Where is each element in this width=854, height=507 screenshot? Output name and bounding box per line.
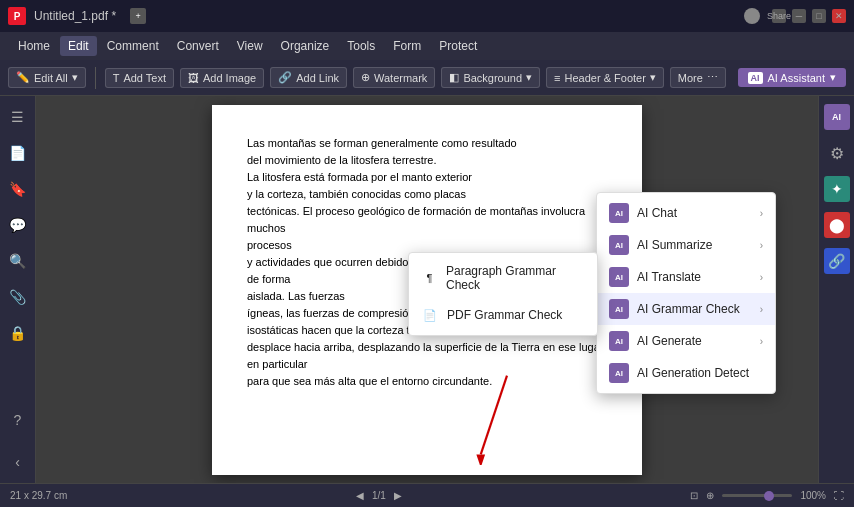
right-settings-icon[interactable]: ⚙ (824, 140, 850, 166)
maximize-button[interactable]: □ (812, 9, 826, 23)
watermark-icon: ⊕ (361, 71, 370, 84)
more-button[interactable]: More ⋯ (670, 67, 726, 88)
toolbar-divider-1 (95, 67, 96, 89)
pdf-icon: 📄 (421, 306, 439, 324)
edit-all-dropdown-icon[interactable]: ▾ (72, 71, 78, 84)
share-button[interactable]: Share (772, 9, 786, 23)
ai-chat-item[interactable]: AI AI Chat › (597, 197, 775, 229)
title-bar: P Untitled_1.pdf * + Share ─ □ ✕ (0, 0, 854, 32)
expand-icon[interactable]: ⛶ (834, 490, 844, 501)
content-area: Las montañas se forman generalmente como… (36, 96, 818, 483)
add-link-button[interactable]: 🔗 Add Link (270, 67, 347, 88)
menu-view[interactable]: View (229, 36, 271, 56)
pdf-grammar-item[interactable]: 📄 PDF Grammar Check (409, 299, 597, 331)
edit-all-button[interactable]: ✏️ Edit All ▾ (8, 67, 86, 88)
right-teal-icon[interactable]: ✦ (824, 176, 850, 202)
ai-summarize-arrow: › (760, 240, 763, 251)
sidebar-help-icon[interactable]: ? (5, 407, 31, 433)
sidebar-search-icon[interactable]: 🔍 (5, 248, 31, 274)
menu-bar: Home Edit Comment Convert View Organize … (0, 32, 854, 60)
right-ai-icon[interactable]: AI (824, 104, 850, 130)
watermark-button[interactable]: ⊕ Watermark (353, 67, 435, 88)
status-bar: 21 x 29.7 cm ◀ 1/1 ▶ ⊡ ⊕ 100% ⛶ (0, 483, 854, 507)
ai-summarize-item[interactable]: AI AI Summarize › (597, 229, 775, 261)
ai-translate-arrow: › (760, 272, 763, 283)
bg-dropdown-icon[interactable]: ▾ (526, 71, 532, 84)
new-tab-button[interactable]: + (130, 8, 146, 24)
ai-translate-item[interactable]: AI AI Translate › (597, 261, 775, 293)
background-button[interactable]: ◧ Background ▾ (441, 67, 540, 88)
edit-icon: ✏️ (16, 71, 30, 84)
zoom-in-icon[interactable]: ⊕ (706, 490, 714, 501)
ai-generate-arrow: › (760, 336, 763, 347)
document-title: Untitled_1.pdf * (34, 9, 116, 23)
sidebar-comments-icon[interactable]: 💬 (5, 212, 31, 238)
ai-generate-icon: AI (609, 331, 629, 351)
window-controls: Share ─ □ ✕ (744, 8, 846, 24)
red-arrow-annotation (472, 365, 542, 465)
right-sidebar: AI ⚙ ✦ ⬤ 🔗 (818, 96, 854, 483)
ai-summarize-icon: AI (609, 235, 629, 255)
main-layout: ☰ 📄 🔖 💬 🔍 📎 🔒 ? ‹ Las montañas se forman… (0, 96, 854, 483)
menu-convert[interactable]: Convert (169, 36, 227, 56)
zoom-level: 100% (800, 490, 826, 501)
right-blue-icon[interactable]: 🔗 (824, 248, 850, 274)
sidebar-attach-icon[interactable]: 📎 (5, 284, 31, 310)
toolbar: ✏️ Edit All ▾ T Add Text 🖼 Add Image 🔗 A… (0, 60, 854, 96)
left-sidebar: ☰ 📄 🔖 💬 🔍 📎 🔒 ? ‹ (0, 96, 36, 483)
page-dimensions: 21 x 29.7 cm (10, 490, 67, 501)
grammar-sub-dropdown: ¶ Paragraph Grammar Check 📄 PDF Grammar … (408, 252, 598, 336)
ai-grammar-icon: AI (609, 299, 629, 319)
link-icon: 🔗 (278, 71, 292, 84)
paragraph-grammar-item[interactable]: ¶ Paragraph Grammar Check (409, 257, 597, 299)
page-info: 1/1 (372, 490, 386, 501)
page-nav-prev[interactable]: ◀ (356, 490, 364, 501)
menu-protect[interactable]: Protect (431, 36, 485, 56)
sidebar-collapse-icon[interactable]: ‹ (5, 449, 31, 475)
menu-comment[interactable]: Comment (99, 36, 167, 56)
text-icon: T (113, 72, 120, 84)
menu-organize[interactable]: Organize (273, 36, 338, 56)
ai-dropdown-icon: ▾ (830, 71, 836, 84)
ai-detect-item[interactable]: AI AI Generation Detect (597, 357, 775, 389)
right-red-icon[interactable]: ⬤ (824, 212, 850, 238)
ai-generate-item[interactable]: AI AI Generate › (597, 325, 775, 357)
app-logo: P (8, 7, 26, 25)
hf-dropdown-icon[interactable]: ▾ (650, 71, 656, 84)
paragraph-icon: ¶ (421, 269, 438, 287)
ai-detect-icon: AI (609, 363, 629, 383)
header-footer-button[interactable]: ≡ Header & Footer ▾ (546, 67, 664, 88)
zoom-handle (764, 491, 774, 501)
add-text-button[interactable]: T Add Text (105, 68, 174, 88)
ai-translate-icon: AI (609, 267, 629, 287)
ai-chat-icon: AI (609, 203, 629, 223)
image-icon: 🖼 (188, 72, 199, 84)
header-icon: ≡ (554, 72, 560, 84)
background-icon: ◧ (449, 71, 459, 84)
ai-chat-arrow: › (760, 208, 763, 219)
minimize-button[interactable]: ─ (792, 9, 806, 23)
sidebar-thumbs-icon[interactable]: 📄 (5, 140, 31, 166)
ai-assistant-button[interactable]: AI AI Assistant ▾ (738, 68, 846, 87)
ai-main-dropdown: AI AI Chat › AI AI Summarize › AI AI Tra (596, 192, 776, 394)
menu-home[interactable]: Home (10, 36, 58, 56)
sidebar-security-icon[interactable]: 🔒 (5, 320, 31, 346)
ai-dropdown-menu: ¶ Paragraph Grammar Check 📄 PDF Grammar … (596, 192, 776, 394)
ai-badge: AI (748, 72, 763, 84)
more-icon: ⋯ (707, 71, 718, 84)
ai-grammar-arrow: › (760, 304, 763, 315)
menu-edit[interactable]: Edit (60, 36, 97, 56)
ai-grammar-check-item[interactable]: AI AI Grammar Check › (597, 293, 775, 325)
sidebar-bookmarks-icon[interactable]: 🔖 (5, 176, 31, 202)
sidebar-pages-icon[interactable]: ☰ (5, 104, 31, 130)
menu-tools[interactable]: Tools (339, 36, 383, 56)
fit-page-icon[interactable]: ⊡ (690, 490, 698, 501)
add-image-button[interactable]: 🖼 Add Image (180, 68, 264, 88)
page-nav-next[interactable]: ▶ (394, 490, 402, 501)
user-avatar (744, 8, 760, 24)
close-button[interactable]: ✕ (832, 9, 846, 23)
svg-line-0 (481, 375, 507, 454)
zoom-slider[interactable] (722, 494, 792, 497)
svg-marker-1 (476, 454, 485, 465)
menu-form[interactable]: Form (385, 36, 429, 56)
